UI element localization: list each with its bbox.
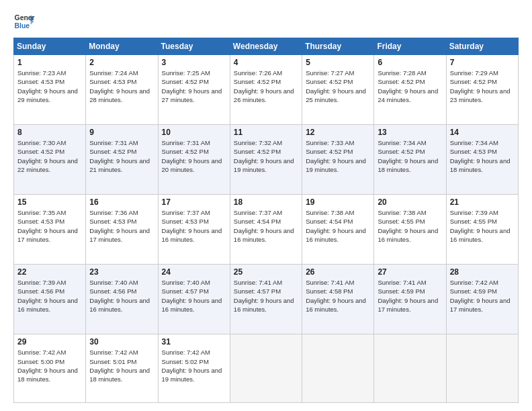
day-number: 20: [378, 197, 442, 207]
calendar-cell: 24Sunrise: 7:40 AMSunset: 4:57 PMDayligh…: [158, 265, 230, 334]
day-info: Sunrise: 7:34 AMSunset: 4:53 PMDaylight:…: [450, 138, 515, 174]
weekday-header-cell: Monday: [86, 38, 158, 55]
calendar-cell: 26Sunrise: 7:41 AMSunset: 4:58 PMDayligh…: [302, 265, 374, 334]
day-info: Sunrise: 7:31 AMSunset: 4:52 PMDaylight:…: [89, 138, 154, 174]
day-number: 11: [234, 128, 298, 137]
calendar-cell: 27Sunrise: 7:41 AMSunset: 4:59 PMDayligh…: [374, 265, 446, 334]
day-info: Sunrise: 7:23 AMSunset: 4:53 PMDaylight:…: [17, 68, 82, 104]
calendar-week-row: 1Sunrise: 7:23 AMSunset: 4:53 PMDaylight…: [14, 55, 519, 125]
day-number: 29: [17, 337, 82, 347]
calendar-cell: 23Sunrise: 7:40 AMSunset: 4:56 PMDayligh…: [86, 265, 158, 334]
calendar-cell: 15Sunrise: 7:35 AMSunset: 4:53 PMDayligh…: [14, 195, 86, 265]
day-number: 16: [89, 197, 154, 207]
day-number: 10: [162, 128, 226, 137]
day-number: 26: [306, 267, 370, 277]
day-info: Sunrise: 7:32 AMSunset: 4:52 PMDaylight:…: [234, 138, 298, 174]
day-info: Sunrise: 7:42 AMSunset: 5:00 PMDaylight:…: [17, 348, 82, 383]
calendar-cell: 13Sunrise: 7:34 AMSunset: 4:52 PMDayligh…: [374, 125, 446, 195]
calendar-cell: 18Sunrise: 7:37 AMSunset: 4:54 PMDayligh…: [230, 195, 302, 265]
calendar-week-row: 15Sunrise: 7:35 AMSunset: 4:53 PMDayligh…: [14, 195, 519, 265]
calendar-cell: 20Sunrise: 7:38 AMSunset: 4:55 PMDayligh…: [374, 195, 446, 265]
day-number: 31: [162, 337, 226, 347]
day-info: Sunrise: 7:42 AMSunset: 5:02 PMDaylight:…: [162, 348, 226, 383]
calendar-cell: 5Sunrise: 7:27 AMSunset: 4:52 PMDaylight…: [302, 55, 374, 125]
day-info: Sunrise: 7:41 AMSunset: 4:57 PMDaylight:…: [234, 278, 298, 314]
day-number: 30: [89, 337, 154, 347]
day-number: 25: [234, 267, 298, 277]
day-info: Sunrise: 7:37 AMSunset: 4:53 PMDaylight:…: [162, 208, 226, 244]
calendar-cell: [446, 334, 518, 403]
calendar-table: SundayMondayTuesdayWednesdayThursdayFrid…: [13, 38, 519, 403]
calendar-cell: 30Sunrise: 7:42 AMSunset: 5:01 PMDayligh…: [86, 334, 158, 403]
day-info: Sunrise: 7:30 AMSunset: 4:52 PMDaylight:…: [17, 138, 82, 174]
calendar-cell: 29Sunrise: 7:42 AMSunset: 5:00 PMDayligh…: [14, 334, 86, 403]
day-number: 27: [378, 267, 442, 277]
day-info: Sunrise: 7:42 AMSunset: 5:01 PMDaylight:…: [89, 348, 154, 383]
day-info: Sunrise: 7:27 AMSunset: 4:52 PMDaylight:…: [306, 68, 370, 104]
day-number: 18: [234, 197, 298, 207]
day-info: Sunrise: 7:25 AMSunset: 4:52 PMDaylight:…: [162, 68, 226, 104]
day-info: Sunrise: 7:37 AMSunset: 4:54 PMDaylight:…: [234, 208, 298, 244]
calendar-cell: 28Sunrise: 7:42 AMSunset: 4:59 PMDayligh…: [446, 265, 518, 334]
day-number: 9: [89, 128, 154, 137]
logo: General Blue: [13, 11, 35, 32]
calendar-cell: 25Sunrise: 7:41 AMSunset: 4:57 PMDayligh…: [230, 265, 302, 334]
calendar-cell: 12Sunrise: 7:33 AMSunset: 4:52 PMDayligh…: [302, 125, 374, 195]
calendar-cell: 8Sunrise: 7:30 AMSunset: 4:52 PMDaylight…: [14, 125, 86, 195]
day-info: Sunrise: 7:38 AMSunset: 4:54 PMDaylight:…: [306, 208, 370, 244]
calendar-week-row: 8Sunrise: 7:30 AMSunset: 4:52 PMDaylight…: [14, 125, 519, 195]
weekday-header-cell: Wednesday: [230, 38, 302, 55]
calendar-week-row: 22Sunrise: 7:39 AMSunset: 4:56 PMDayligh…: [14, 265, 519, 334]
header: General Blue: [13, 11, 519, 32]
generalblue-logo-icon: General Blue: [13, 11, 35, 32]
day-info: Sunrise: 7:35 AMSunset: 4:53 PMDaylight:…: [17, 208, 82, 244]
day-info: Sunrise: 7:33 AMSunset: 4:52 PMDaylight:…: [306, 138, 370, 174]
day-number: 28: [450, 267, 515, 277]
day-number: 2: [89, 58, 154, 67]
day-info: Sunrise: 7:28 AMSunset: 4:52 PMDaylight:…: [378, 68, 442, 104]
calendar-cell: 16Sunrise: 7:36 AMSunset: 4:53 PMDayligh…: [86, 195, 158, 265]
weekday-header-cell: Friday: [374, 38, 446, 55]
day-info: Sunrise: 7:40 AMSunset: 4:56 PMDaylight:…: [89, 278, 154, 314]
calendar-cell: 2Sunrise: 7:24 AMSunset: 4:53 PMDaylight…: [86, 55, 158, 125]
day-number: 8: [17, 128, 82, 137]
calendar-cell: 3Sunrise: 7:25 AMSunset: 4:52 PMDaylight…: [158, 55, 230, 125]
calendar-cell: [302, 334, 374, 403]
day-number: 21: [450, 197, 515, 207]
day-number: 24: [162, 267, 226, 277]
calendar-cell: 21Sunrise: 7:39 AMSunset: 4:55 PMDayligh…: [446, 195, 518, 265]
day-info: Sunrise: 7:31 AMSunset: 4:52 PMDaylight:…: [162, 138, 226, 174]
calendar-cell: 7Sunrise: 7:29 AMSunset: 4:52 PMDaylight…: [446, 55, 518, 125]
calendar-cell: 22Sunrise: 7:39 AMSunset: 4:56 PMDayligh…: [14, 265, 86, 334]
day-info: Sunrise: 7:24 AMSunset: 4:53 PMDaylight:…: [89, 68, 154, 104]
day-number: 17: [162, 197, 226, 207]
day-number: 22: [17, 267, 82, 277]
day-info: Sunrise: 7:39 AMSunset: 4:55 PMDaylight:…: [450, 208, 515, 244]
day-number: 4: [234, 58, 298, 67]
day-number: 7: [450, 58, 515, 67]
day-number: 23: [89, 267, 154, 277]
page: General Blue SundayMondayTuesdayWednesda…: [0, 0, 532, 411]
day-info: Sunrise: 7:36 AMSunset: 4:53 PMDaylight:…: [89, 208, 154, 244]
calendar-cell: [230, 334, 302, 403]
day-number: 6: [378, 58, 442, 67]
day-number: 14: [450, 128, 515, 137]
day-info: Sunrise: 7:26 AMSunset: 4:52 PMDaylight:…: [234, 68, 298, 104]
day-number: 1: [17, 58, 82, 67]
weekday-header-cell: Saturday: [446, 38, 518, 55]
day-number: 5: [306, 58, 370, 67]
weekday-header-row: SundayMondayTuesdayWednesdayThursdayFrid…: [14, 38, 519, 55]
weekday-header-cell: Sunday: [14, 38, 86, 55]
calendar-cell: 9Sunrise: 7:31 AMSunset: 4:52 PMDaylight…: [86, 125, 158, 195]
day-info: Sunrise: 7:29 AMSunset: 4:52 PMDaylight:…: [450, 68, 515, 104]
day-info: Sunrise: 7:41 AMSunset: 4:58 PMDaylight:…: [306, 278, 370, 314]
svg-text:Blue: Blue: [15, 22, 30, 30]
day-info: Sunrise: 7:42 AMSunset: 4:59 PMDaylight:…: [450, 278, 515, 314]
calendar-cell: 17Sunrise: 7:37 AMSunset: 4:53 PMDayligh…: [158, 195, 230, 265]
calendar-cell: 14Sunrise: 7:34 AMSunset: 4:53 PMDayligh…: [446, 125, 518, 195]
day-info: Sunrise: 7:40 AMSunset: 4:57 PMDaylight:…: [162, 278, 226, 314]
calendar-cell: 1Sunrise: 7:23 AMSunset: 4:53 PMDaylight…: [14, 55, 86, 125]
weekday-header-cell: Thursday: [302, 38, 374, 55]
day-info: Sunrise: 7:39 AMSunset: 4:56 PMDaylight:…: [17, 278, 82, 314]
calendar-cell: 4Sunrise: 7:26 AMSunset: 4:52 PMDaylight…: [230, 55, 302, 125]
